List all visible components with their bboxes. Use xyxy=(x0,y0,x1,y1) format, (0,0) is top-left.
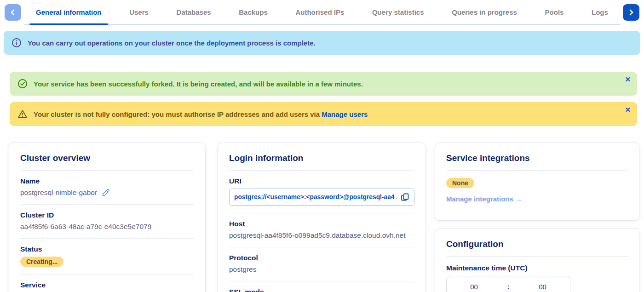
tab-general-information[interactable]: General information xyxy=(29,0,108,24)
manage-integrations-link[interactable]: Manage integrations → xyxy=(446,195,522,203)
service-field: Service PostgreSQL xyxy=(20,275,194,292)
time-separator: : xyxy=(501,283,515,291)
status-label: Status xyxy=(20,245,194,253)
host-label: Host xyxy=(229,220,414,228)
warning-banner-text: Your cluster is not fully configured: yo… xyxy=(34,110,368,118)
status-field: Status Creating... xyxy=(20,239,194,275)
success-banner: Your service has been successfully forke… xyxy=(10,72,637,96)
warning-banner: Your cluster is not fully configured: yo… xyxy=(10,102,637,126)
cluster-name-value: postgresql-nimble-gabor xyxy=(20,189,97,197)
success-banner-text: Your service has been successfully forke… xyxy=(34,80,363,88)
configuration-card: Configuration Maintenance time (UTC) 00 … xyxy=(435,229,639,292)
cluster-id-label: Cluster ID xyxy=(20,211,194,219)
tab-backups[interactable]: Backups xyxy=(232,0,274,24)
uri-label: URI xyxy=(229,177,414,185)
info-banner-text: You can carry out operations on your clu… xyxy=(28,39,316,47)
cluster-id-field: Cluster ID aa4f85f6-6a63-48ac-a79c-e40c3… xyxy=(20,205,194,239)
info-banner: You can carry out operations on your clu… xyxy=(4,31,640,55)
check-circle-icon xyxy=(17,79,28,89)
uri-field: URI postgres://<username>:<password>@pos… xyxy=(229,171,414,213)
copy-icon xyxy=(401,193,409,201)
copy-uri-button[interactable] xyxy=(401,193,409,201)
service-integrations-card: Service integrations None Manage integra… xyxy=(435,143,639,221)
ssl-mode-label: SSL mode xyxy=(229,288,414,292)
warning-banner-close-icon[interactable]: ✕ xyxy=(625,106,631,113)
warning-triangle-icon xyxy=(17,109,28,119)
cluster-id-value: aa4f85f6-6a63-48ac-a79c-e40c3e5e7079 xyxy=(20,223,151,231)
configuration-title: Configuration xyxy=(446,239,628,257)
status-badge: Creating... xyxy=(20,257,63,267)
right-column: Service integrations None Manage integra… xyxy=(435,143,639,292)
maintenance-minutes-value[interactable]: 00 xyxy=(515,283,570,291)
service-integrations-body: None Manage integrations → xyxy=(446,171,628,210)
cluster-overview-title: Cluster overview xyxy=(20,153,194,171)
host-field: Host postgresql-aa4f85f6-o099ad5c9.datab… xyxy=(229,213,414,247)
protocol-value: postgres xyxy=(229,265,256,274)
maintenance-hours-value[interactable]: 00 xyxy=(447,283,501,291)
cards-area: Cluster overview Name postgresql-nimble-… xyxy=(9,143,639,292)
maintenance-time-input[interactable]: 00 : 00 xyxy=(446,276,570,292)
tab-databases[interactable]: Databases xyxy=(170,0,218,24)
tab-queries-in-progress[interactable]: Queries in progress xyxy=(445,0,523,24)
pencil-icon xyxy=(102,189,109,197)
login-information-card: Login information URI postgres://<userna… xyxy=(218,143,426,292)
tab-pools[interactable]: Pools xyxy=(539,0,570,24)
service-integrations-title: Service integrations xyxy=(446,153,628,171)
tab-query-statistics[interactable]: Query statistics xyxy=(366,0,431,24)
tab-users[interactable]: Users xyxy=(123,0,155,24)
protocol-label: Protocol xyxy=(229,254,414,262)
ssl-mode-field: SSL mode Mandatory xyxy=(229,281,414,292)
name-label: Name xyxy=(20,177,194,185)
tab-authorised-ips[interactable]: Authorised IPs xyxy=(289,0,351,24)
protocol-field: Protocol postgres xyxy=(229,247,414,281)
uri-value: postgres://<username>:<password>@postgre… xyxy=(234,194,397,200)
uri-box: postgres://<username>:<password>@postgre… xyxy=(229,189,414,206)
tab-logs[interactable]: Logs xyxy=(585,0,615,24)
host-value: postgresql-aa4f85f6-o099ad5c9.database.c… xyxy=(229,231,405,240)
name-field: Name postgresql-nimble-gabor xyxy=(20,171,194,205)
warning-banner-message: Your cluster is not fully configured: yo… xyxy=(34,110,322,118)
integrations-none-badge: None xyxy=(446,178,474,188)
tab-bar: General information Users Databases Back… xyxy=(0,0,644,25)
login-information-title: Login information xyxy=(229,153,414,171)
chevron-left-icon xyxy=(10,9,16,16)
chevron-right-icon xyxy=(628,9,634,16)
maintenance-time-label: Maintenance time (UTC) xyxy=(446,264,628,272)
success-banner-close-icon[interactable]: ✕ xyxy=(625,76,631,83)
edit-name-button[interactable] xyxy=(102,189,109,197)
service-label: Service xyxy=(20,281,194,289)
tabs-scroll-right-button[interactable] xyxy=(623,4,639,21)
service-integrations-spacer xyxy=(446,210,628,216)
tabs-scroll-left-button[interactable] xyxy=(5,4,21,21)
cluster-overview-card: Cluster overview Name postgresql-nimble-… xyxy=(9,143,206,292)
manage-users-link[interactable]: Manage users xyxy=(322,110,368,118)
info-circle-icon xyxy=(12,38,22,48)
configuration-body: Maintenance time (UTC) 00 : 00 Local tim… xyxy=(446,257,628,292)
tab-list: General information Users Databases Back… xyxy=(24,0,620,25)
